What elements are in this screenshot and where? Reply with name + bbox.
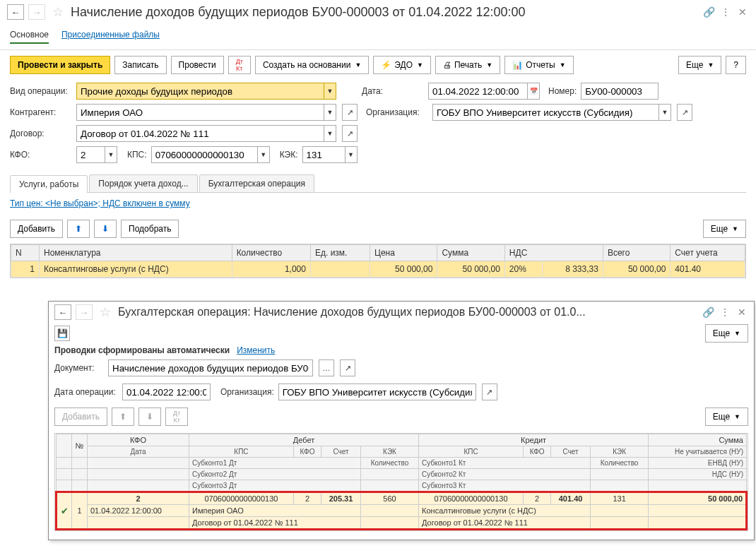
save-button[interactable]: Записать <box>114 56 166 74</box>
forward-button[interactable]: → <box>28 4 45 20</box>
date-input[interactable] <box>428 83 527 100</box>
org-open[interactable]: ↗ <box>677 104 692 121</box>
reports-icon: 📊 <box>512 60 523 70</box>
th-acc[interactable]: Счет учета <box>671 245 745 261</box>
th-unit[interactable]: Ед. изм. <box>310 245 370 261</box>
org-dropdown[interactable]: ▼ <box>658 104 671 121</box>
kps-input[interactable] <box>151 146 257 163</box>
dog-dropdown[interactable]: ▼ <box>324 125 336 142</box>
th-n[interactable]: N <box>11 245 40 261</box>
add-row-button[interactable]: Добавить <box>10 220 63 238</box>
th-price[interactable]: Цена <box>370 245 437 261</box>
link-icon[interactable]: 🔗 <box>702 6 715 18</box>
create-based-button[interactable]: Создать на основании▼ <box>255 56 369 74</box>
pick-button[interactable]: Подобрать <box>121 220 179 238</box>
back-button[interactable]: ← <box>7 4 24 20</box>
contr-label: Контрагент: <box>10 107 72 117</box>
contr-input[interactable] <box>76 104 324 121</box>
date-label: Дата: <box>362 86 424 96</box>
org-input[interactable] <box>432 104 658 121</box>
post-close-button[interactable]: Провести и закрыть <box>10 56 110 74</box>
subtab-accounting-op[interactable]: Бухгалтерская операция <box>199 174 314 192</box>
dtkt-button[interactable]: ДтКт <box>228 56 251 74</box>
num-input[interactable] <box>581 83 658 100</box>
num-label: Номер: <box>548 86 577 96</box>
services-table: N Номенклатура Количество Ед. изм. Цена … <box>10 244 746 278</box>
print-button[interactable]: 🖨Печать▼ <box>435 56 500 74</box>
price-type-link[interactable]: Тип цен: <Не выбран>; НДС включен в сумм… <box>10 198 190 208</box>
move-down-button[interactable]: ⬇ <box>94 220 117 238</box>
tab-main[interactable]: Основное <box>10 27 49 44</box>
op-type-label: Вид операции: <box>10 86 72 96</box>
page-title: Начисление доходов будущих периодов БУ00… <box>71 5 698 20</box>
dog-label: Договор: <box>10 129 72 138</box>
favorite-icon[interactable]: ☆ <box>52 4 64 20</box>
post-button[interactable]: Провести <box>171 56 224 74</box>
tab-files[interactable]: Присоединенные файлы <box>61 27 160 44</box>
close-icon[interactable]: ✕ <box>736 6 749 18</box>
menu-icon[interactable]: ⋮ <box>719 6 732 18</box>
print-icon: 🖨 <box>443 60 451 70</box>
dtkt-icon: ДтКт <box>236 58 243 72</box>
help-button[interactable]: ? <box>726 56 746 74</box>
org-label: Организация: <box>366 107 428 117</box>
subtab-accounting-order[interactable]: Порядок учета доход... <box>89 174 197 192</box>
th-sum[interactable]: Сумма <box>437 245 504 261</box>
th-total[interactable]: Всего <box>603 245 670 261</box>
kfo-input[interactable] <box>76 146 105 163</box>
reports-button[interactable]: 📊Отчеты▼ <box>504 56 573 74</box>
kek-label: КЭК: <box>280 150 298 160</box>
table-more-button[interactable]: Еще▼ <box>703 220 746 238</box>
kfo-dropdown[interactable]: ▼ <box>105 146 117 163</box>
dog-input[interactable] <box>76 125 324 142</box>
edo-button[interactable]: ⚡ЭДО▼ <box>373 56 431 74</box>
more-button[interactable]: Еще▼ <box>678 56 721 74</box>
contr-open[interactable]: ↗ <box>342 104 358 121</box>
kek-input[interactable] <box>302 146 345 163</box>
dog-open[interactable]: ↗ <box>342 125 358 142</box>
op-type-input[interactable] <box>76 83 324 100</box>
calendar-button[interactable]: 📅 <box>527 83 540 100</box>
th-qty[interactable]: Количество <box>232 245 310 261</box>
contr-dropdown[interactable]: ▼ <box>324 104 336 121</box>
move-up-button[interactable]: ⬆ <box>67 220 90 238</box>
table-row[interactable]: 1 Консалтинговые услуги (с НДС) 1,000 50… <box>11 261 745 278</box>
op-type-dropdown[interactable]: ▼ <box>324 83 336 100</box>
th-nom[interactable]: Номенклатура <box>40 245 232 261</box>
kps-dropdown[interactable]: ▼ <box>257 146 270 163</box>
kek-dropdown[interactable]: ▼ <box>345 146 358 163</box>
edo-icon: ⚡ <box>381 60 391 70</box>
subtab-services[interactable]: Услуги, работы <box>10 175 88 193</box>
th-vat[interactable]: НДС <box>504 245 603 261</box>
kfo-label: КФО: <box>10 150 72 160</box>
kps-label: КПС: <box>127 150 147 160</box>
